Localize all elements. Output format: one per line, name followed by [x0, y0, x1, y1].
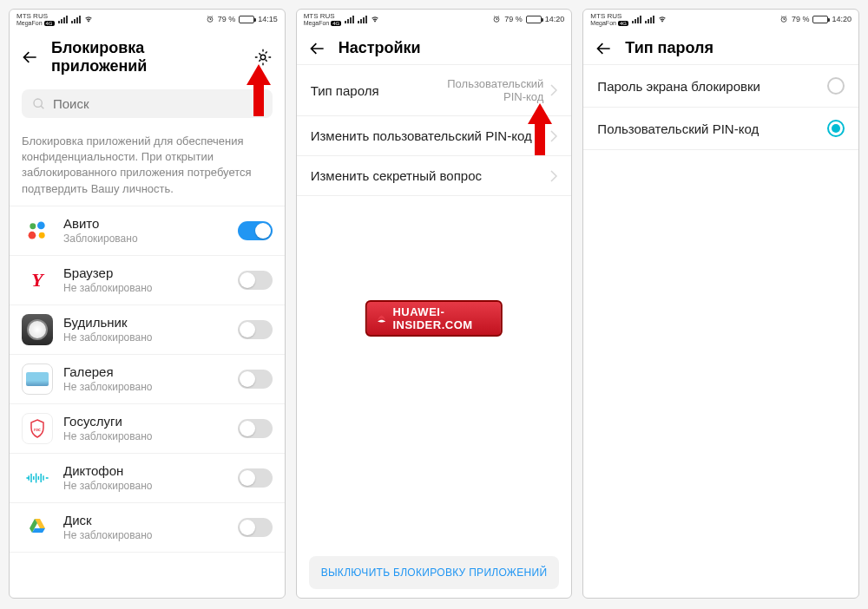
alarm-icon: [492, 15, 501, 23]
carrier-badge: 4G: [618, 21, 628, 26]
radio-label: Пользовательский PIN-код: [597, 121, 827, 136]
radio-button[interactable]: [827, 120, 845, 137]
app-status: Заблокировано: [63, 232, 227, 245]
status-bar: MTS RUS MegaFon 4G 79 % 14:15: [10, 10, 285, 29]
phone-screen-2: MTS RUS MegaFon 4G 79 % 14:20 Настройки …: [296, 9, 573, 599]
header: Тип пароля: [583, 29, 858, 64]
toggle[interactable]: [238, 221, 273, 240]
clock-time: 14:20: [832, 15, 852, 23]
battery-percent: 79 %: [504, 15, 523, 23]
app-name: Диктофон: [63, 463, 227, 478]
app-name: Галерея: [63, 364, 227, 379]
subcarrier-name: MegaFon: [304, 20, 330, 26]
setting-label: Тип пароля: [311, 83, 423, 98]
page-title: Настройки: [339, 39, 560, 57]
back-button[interactable]: [22, 49, 39, 66]
signal-icon: [58, 16, 68, 23]
page-title: Тип пароля: [625, 39, 846, 57]
setting-row-change-pin[interactable]: Изменить пользовательский PIN-код: [297, 116, 572, 156]
header: Блокировка приложений: [10, 29, 285, 82]
search-input[interactable]: [22, 89, 273, 118]
description-text: Блокировка приложений для обеспечения ко…: [10, 125, 285, 206]
radio-row-screen-lock[interactable]: Пароль экрана блокировки: [583, 65, 858, 108]
battery-percent: 79 %: [792, 15, 810, 23]
signal-icon-2: [71, 16, 81, 23]
app-list: Авито Заблокировано Y Браузер Не заблоки…: [10, 206, 285, 598]
app-row-browser[interactable]: Y Браузер Не заблокировано: [10, 256, 285, 305]
chevron-right-icon: [550, 130, 557, 142]
signal-icon-2: [358, 16, 367, 23]
setting-label: Изменить секретный вопрос: [311, 168, 551, 183]
clock-time: 14:20: [545, 15, 565, 23]
wifi-icon: [371, 15, 379, 23]
app-row-gosuslugi[interactable]: гос Госуслуги Не заблокировано: [10, 404, 285, 454]
setting-row-change-question[interactable]: Изменить секретный вопрос: [297, 156, 572, 196]
svg-text:гос: гос: [34, 427, 41, 432]
signal-icon-2: [645, 16, 654, 23]
disable-lock-button[interactable]: ВЫКЛЮЧИТЬ БЛОКИРОВКУ ПРИЛОЖЕНИЙ: [309, 556, 560, 589]
radio-button[interactable]: [827, 77, 845, 95]
recorder-icon: [22, 462, 53, 494]
toggle[interactable]: [238, 468, 273, 488]
app-row-avito[interactable]: Авито Заблокировано: [10, 206, 285, 256]
alarm-app-icon: [22, 314, 53, 345]
search-icon: [32, 97, 46, 111]
wifi-icon: [658, 15, 667, 23]
chevron-right-icon: [550, 170, 557, 182]
header: Настройки: [297, 29, 572, 64]
app-status: Не заблокировано: [63, 282, 227, 294]
gear-icon[interactable]: [253, 48, 273, 67]
chevron-right-icon: [550, 84, 557, 96]
toggle[interactable]: [238, 271, 273, 290]
battery-percent: 79 %: [218, 15, 236, 23]
carrier-name: MTS RUS: [304, 13, 342, 20]
app-row-alarm[interactable]: Будильник Не заблокировано: [10, 305, 285, 355]
carrier-badge: 4G: [44, 21, 55, 26]
toggle[interactable]: [238, 320, 273, 339]
back-button[interactable]: [309, 40, 326, 57]
toggle[interactable]: [238, 370, 273, 389]
toggle[interactable]: [238, 419, 273, 438]
app-name: Будильник: [63, 315, 227, 330]
setting-label: Изменить пользовательский PIN-код: [311, 128, 551, 143]
page-title: Блокировка приложений: [51, 39, 241, 75]
carrier-badge: 4G: [331, 21, 341, 26]
svg-point-4: [37, 221, 45, 229]
carrier-name: MTS RUS: [590, 13, 628, 20]
alarm-icon: [206, 15, 214, 23]
radio-row-custom-pin[interactable]: Пользовательский PIN-код: [583, 108, 858, 150]
watermark-badge: HUAWEI-INSIDER.COM: [365, 300, 503, 337]
battery-icon: [526, 16, 542, 23]
app-row-recorder[interactable]: Диктофон Не заблокировано: [10, 454, 285, 503]
carrier-name: MTS RUS: [16, 13, 55, 20]
svg-point-3: [30, 223, 36, 229]
status-bar: MTS RUS MegaFon 4G 79 % 14:20: [583, 10, 858, 29]
setting-value: Пользовательский PIN-код: [422, 77, 543, 103]
battery-icon: [239, 16, 254, 23]
subcarrier-name: MegaFon: [16, 20, 43, 26]
svg-point-2: [34, 99, 42, 107]
clock-time: 14:15: [258, 15, 278, 23]
phone-screen-3: MTS RUS MegaFon 4G 79 % 14:20 Тип пароля…: [582, 9, 859, 599]
subcarrier-name: MegaFon: [590, 20, 616, 26]
google-drive-icon: [22, 512, 53, 543]
phone-screen-1: MTS RUS MegaFon 4G 79 % 14:15 Блокировка…: [9, 9, 286, 599]
setting-row-password-type[interactable]: Тип пароля Пользовательский PIN-код: [297, 65, 572, 116]
app-name: Авито: [63, 216, 227, 231]
svg-point-1: [260, 55, 266, 60]
app-row-gallery[interactable]: Галерея Не заблокировано: [10, 355, 285, 404]
app-name: Браузер: [63, 265, 227, 280]
back-button[interactable]: [595, 40, 613, 57]
settings-list: Тип пароля Пользовательский PIN-код Изме…: [297, 64, 572, 196]
app-status: Не заблокировано: [63, 331, 227, 344]
radio-label: Пароль экрана блокировки: [597, 79, 827, 94]
alarm-icon: [779, 15, 788, 23]
search-field[interactable]: [53, 96, 262, 111]
toggle[interactable]: [238, 518, 273, 537]
gosuslugi-icon: гос: [22, 413, 53, 444]
battery-icon: [812, 16, 828, 23]
app-row-disk[interactable]: Диск Не заблокировано: [10, 503, 285, 553]
app-status: Не заблокировано: [63, 381, 227, 393]
signal-icon: [632, 16, 641, 23]
yandex-icon: Y: [22, 265, 53, 296]
